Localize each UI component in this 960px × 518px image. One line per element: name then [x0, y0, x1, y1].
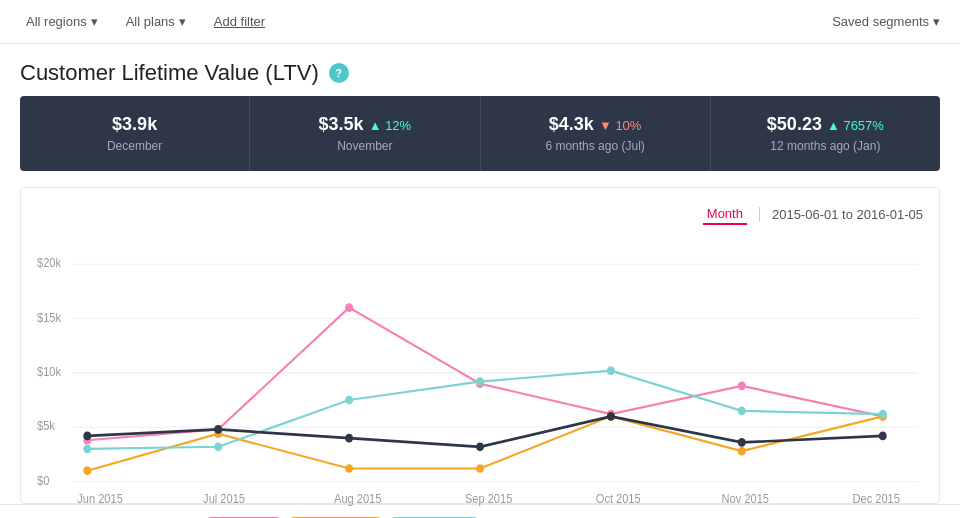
help-icon[interactable]: ? — [329, 63, 349, 83]
main-line — [87, 416, 882, 446]
twitter-line — [87, 308, 882, 441]
facebook-line — [87, 416, 882, 470]
main-point — [607, 412, 615, 421]
adwords-point — [83, 445, 91, 454]
chart-container: $0 $5k $10k $15k $20k Jun 2015 Jul 2015 … — [37, 237, 923, 487]
twitter-point — [738, 382, 746, 391]
metric-change-12months: ▲ 7657% — [827, 118, 884, 133]
facebook-point — [738, 447, 746, 456]
page-title: Customer Lifetime Value (LTV) — [20, 60, 319, 86]
adwords-point — [476, 377, 484, 386]
chevron-down-icon: ▾ — [179, 14, 186, 29]
metric-12months: $50.23 ▲ 7657% 12 months ago (Jan) — [711, 96, 940, 171]
metric-value-6months: $4.3k ▼ 10% — [491, 114, 700, 135]
all-regions-filter[interactable]: All regions ▾ — [20, 10, 104, 33]
all-plans-filter[interactable]: All plans ▾ — [120, 10, 192, 33]
y-label-15k: $15k — [37, 311, 61, 323]
metric-december: $3.9k December — [20, 96, 250, 171]
y-label-0: $0 — [37, 474, 49, 486]
metrics-bar: $3.9k December $3.5k ▲ 12% November $4.3… — [20, 96, 940, 171]
main-point — [879, 432, 887, 441]
month-time-button[interactable]: Month — [703, 204, 747, 225]
x-label-dec2015: Dec 2015 — [853, 493, 900, 505]
metric-value-december: $3.9k — [30, 114, 239, 135]
page-header: Customer Lifetime Value (LTV) ? — [0, 44, 960, 96]
adwords-point — [738, 407, 746, 416]
main-point — [83, 432, 91, 441]
date-range: 2015-06-01 to 2016-01-05 — [759, 207, 923, 222]
adwords-point — [214, 442, 222, 451]
metric-november: $3.5k ▲ 12% November — [250, 96, 480, 171]
adwords-point — [607, 366, 615, 375]
metric-change-6months: ▼ 10% — [599, 118, 642, 133]
x-label-nov2015: Nov 2015 — [722, 493, 769, 505]
metric-value-12months: $50.23 ▲ 7657% — [721, 114, 930, 135]
main-point — [345, 434, 353, 443]
chevron-down-icon: ▾ — [933, 14, 940, 29]
y-label-10k: $10k — [37, 366, 61, 378]
facebook-point — [476, 464, 484, 473]
x-label-aug2015: Aug 2015 — [334, 493, 381, 505]
main-point — [738, 438, 746, 447]
chart-section: Month 2015-06-01 to 2016-01-05 $0 $5k $1… — [20, 187, 940, 504]
x-label-sep2015: Sep 2015 — [465, 493, 512, 505]
all-plans-label: All plans — [126, 14, 175, 29]
x-label-jul2015: Jul 2015 — [203, 493, 245, 505]
y-label-5k: $5k — [37, 420, 55, 432]
metric-value-november: $3.5k ▲ 12% — [260, 114, 469, 135]
metric-label-6months: 6 months ago (Jul) — [491, 139, 700, 153]
y-label-20k: $20k — [37, 257, 61, 269]
saved-segments-label: Saved segments — [832, 14, 929, 29]
metric-change-november: ▲ 12% — [369, 118, 412, 133]
saved-segments-button[interactable]: Saved segments ▾ — [832, 14, 940, 29]
top-bar: All regions ▾ All plans ▾ Add filter Sav… — [0, 0, 960, 44]
adwords-point — [345, 396, 353, 405]
all-regions-label: All regions — [26, 14, 87, 29]
chart-controls: Month 2015-06-01 to 2016-01-05 — [37, 204, 923, 225]
metric-label-12months: 12 months ago (Jan) — [721, 139, 930, 153]
add-filter-button[interactable]: Add filter — [208, 10, 271, 33]
top-bar-left: All regions ▾ All plans ▾ Add filter — [20, 10, 271, 33]
metric-label-november: November — [260, 139, 469, 153]
x-label-oct2015: Oct 2015 — [596, 493, 641, 505]
twitter-point — [345, 303, 353, 312]
facebook-point — [83, 466, 91, 475]
adwords-point — [879, 410, 887, 419]
footer-bar: Compare to saved segments ▾ Twitter × Fa… — [0, 504, 960, 518]
line-chart: $0 $5k $10k $15k $20k Jun 2015 Jul 2015 … — [37, 237, 923, 487]
facebook-point — [345, 464, 353, 473]
main-point — [214, 425, 222, 434]
metric-6months: $4.3k ▼ 10% 6 months ago (Jul) — [481, 96, 711, 171]
metric-label-december: December — [30, 139, 239, 153]
x-label-jun2015: Jun 2015 — [77, 493, 123, 505]
main-point — [476, 442, 484, 451]
chevron-down-icon: ▾ — [91, 14, 98, 29]
